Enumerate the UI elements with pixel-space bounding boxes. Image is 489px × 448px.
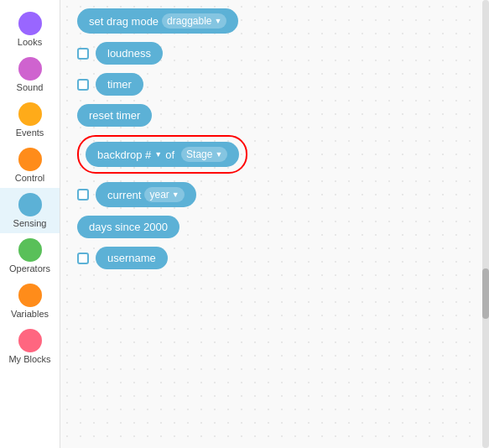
sidebar-item-label-sensing: Sensing	[13, 218, 47, 228]
current-row: current year ▼	[77, 182, 472, 207]
loudness-label: loudness	[107, 47, 151, 60]
sidebar-item-label-variables: Variables	[11, 309, 49, 319]
draggable-value: draggable	[167, 15, 211, 27]
sensing-icon	[18, 193, 42, 216]
loudness-block[interactable]: loudness	[96, 42, 163, 65]
draggable-arrow: ▼	[215, 17, 222, 25]
year-arrow: ▼	[172, 190, 179, 199]
current-label: current	[107, 189, 141, 201]
username-row: username	[77, 247, 472, 269]
sidebar-item-variables[interactable]: Variables	[0, 279, 60, 324]
reset-timer-block[interactable]: reset timer	[77, 104, 152, 127]
loudness-row: loudness	[77, 42, 472, 65]
days-since-label: days since 2000	[89, 221, 168, 233]
operators-icon	[18, 238, 42, 262]
sidebar-item-label-operators: Operators	[9, 263, 50, 273]
variables-icon	[18, 284, 42, 307]
current-checkbox[interactable]	[77, 189, 89, 201]
reset-timer-row: reset timer	[77, 104, 472, 127]
sidebar-item-label-events: Events	[16, 128, 44, 138]
year-dropdown[interactable]: year ▼	[144, 187, 184, 202]
sidebar-item-label-myblocks: My Blocks	[8, 354, 50, 364]
looks-icon	[18, 12, 42, 35]
sidebar-item-label-control: Control	[15, 173, 44, 183]
control-icon	[18, 148, 42, 171]
backdrop-label: backdrop #	[97, 148, 151, 161]
set-drag-mode-block[interactable]: set drag mode draggable ▼	[77, 8, 238, 34]
stage-arrow: ▼	[215, 150, 222, 159]
scrollbar[interactable]	[482, 0, 489, 448]
year-value: year	[149, 189, 169, 201]
sidebar-item-operators[interactable]: Operators	[0, 233, 60, 279]
sidebar-item-sound[interactable]: Sound	[0, 52, 60, 97]
sidebar-item-looks[interactable]: Looks	[0, 7, 60, 52]
sidebar-item-sensing[interactable]: Sensing	[0, 188, 60, 233]
current-block[interactable]: current year ▼	[96, 182, 196, 207]
sidebar-item-events[interactable]: Events	[0, 97, 60, 143]
myblocks-icon	[18, 329, 42, 352]
backdrop-row: backdrop # ▼ of Stage ▼	[77, 135, 472, 174]
stage-value: Stage	[186, 148, 212, 160]
sidebar-item-control[interactable]: Control	[0, 143, 60, 188]
timer-label: timer	[107, 78, 132, 91]
sidebar-item-label-looks: Looks	[18, 37, 42, 47]
timer-checkbox[interactable]	[77, 79, 89, 91]
reset-timer-label: reset timer	[89, 109, 140, 122]
set-drag-mode-label: set drag mode	[89, 15, 159, 28]
days-since-block[interactable]: days since 2000	[77, 216, 179, 238]
blocks-area: set drag mode draggable ▼ loudness timer	[60, 0, 489, 278]
timer-block[interactable]: timer	[96, 73, 143, 96]
backdrop-block[interactable]: backdrop # ▼ of Stage ▼	[86, 142, 239, 167]
username-label: username	[107, 252, 156, 264]
scrollbar-thumb[interactable]	[482, 268, 489, 319]
sound-icon	[18, 57, 42, 81]
backdrop-arrow: ▼	[154, 150, 162, 159]
set-drag-mode-row: set drag mode draggable ▼	[77, 8, 472, 34]
sidebar-item-label-sound: Sound	[17, 82, 44, 92]
sidebar: Looks Sound Events Control Sensing Opera…	[0, 0, 60, 448]
sidebar-item-myblocks[interactable]: My Blocks	[0, 324, 60, 369]
days-since-row: days since 2000	[77, 216, 472, 238]
loudness-checkbox[interactable]	[77, 48, 89, 60]
timer-row: timer	[77, 73, 472, 96]
username-block[interactable]: username	[96, 247, 168, 269]
username-checkbox[interactable]	[77, 253, 89, 264]
backdrop-of-label: of	[165, 148, 174, 161]
backdrop-highlight-box: backdrop # ▼ of Stage ▼	[77, 135, 247, 174]
stage-dropdown[interactable]: Stage ▼	[181, 147, 227, 162]
events-icon	[18, 102, 42, 126]
main-area: set drag mode draggable ▼ loudness timer	[60, 0, 489, 448]
draggable-dropdown[interactable]: draggable ▼	[162, 13, 226, 29]
